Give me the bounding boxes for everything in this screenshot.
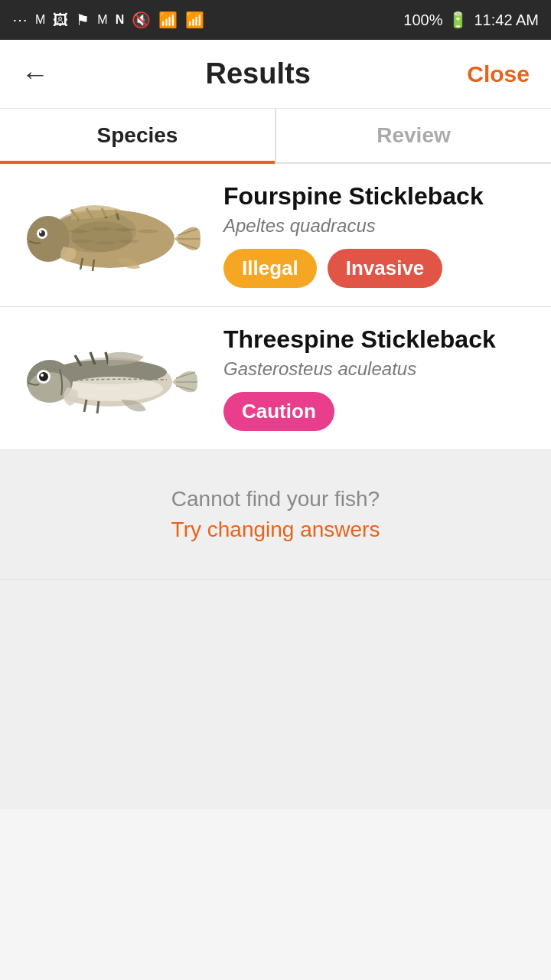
try-changing-answers-link[interactable]: Try changing answers: [21, 518, 530, 542]
fish-illustration-fourspine: [25, 189, 201, 281]
page-title: Results: [206, 57, 311, 90]
gmail-icon: M: [35, 13, 45, 27]
header: ← Results Close: [0, 40, 551, 109]
fish-latin-fourspine: Apeltes quadracus: [223, 215, 530, 237]
badge-illegal: Illegal: [223, 249, 317, 288]
bottom-empty-area: [0, 580, 551, 809]
flag-icon: ⚑: [76, 11, 90, 29]
nfc-icon: N: [116, 13, 125, 27]
tab-review[interactable]: Review: [276, 109, 551, 162]
signal-icon: 📶: [185, 11, 204, 29]
fish-image-threespine: [21, 328, 205, 428]
wifi-icon: 📶: [158, 11, 178, 29]
fish-badges-threespine: Caution: [223, 392, 530, 431]
close-button[interactable]: Close: [467, 61, 530, 87]
badge-caution: Caution: [223, 392, 334, 431]
svg-point-9: [40, 231, 42, 234]
fish-name-fourspine: Fourspine Stickleback: [223, 182, 530, 211]
status-bar-left: ⋯ M 🖼 ⚑ M N 🔇 📶 📶: [12, 11, 204, 29]
svg-point-25: [39, 372, 48, 381]
fish-illustration-threespine: [25, 332, 201, 424]
back-button[interactable]: ←: [21, 58, 49, 90]
svg-point-26: [41, 374, 44, 377]
fish-info-fourspine: Fourspine Stickleback Apeltes quadracus …: [223, 182, 530, 288]
fish-item-fourspine[interactable]: Fourspine Stickleback Apeltes quadracus …: [0, 164, 551, 307]
fish-badges-fourspine: Illegal Invasive: [223, 249, 530, 288]
fish-name-threespine: Threespine Stickleback: [223, 325, 530, 354]
mail-icon: M: [97, 13, 107, 27]
tabs: Species Review: [0, 109, 551, 164]
fish-list: Fourspine Stickleback Apeltes quadracus …: [0, 164, 551, 450]
svg-point-2: [71, 221, 132, 252]
status-bar: ⋯ M 🖼 ⚑ M N 🔇 📶 📶 100% 🔋 11:42 AM: [0, 0, 551, 40]
svg-point-18: [64, 377, 163, 401]
tab-species[interactable]: Species: [0, 109, 275, 162]
image-icon: 🖼: [53, 11, 68, 29]
badge-invasive: Invasive: [328, 249, 443, 288]
cannot-find-question: Cannot find your fish?: [21, 487, 530, 511]
battery-percent: 100%: [403, 11, 442, 29]
status-bar-right: 100% 🔋 11:42 AM: [403, 11, 539, 29]
battery-icon: 🔋: [448, 11, 468, 29]
fish-image-fourspine: [21, 185, 205, 285]
cannot-find-section: Cannot find your fish? Try changing answ…: [0, 450, 551, 580]
fish-latin-threespine: Gasterosteus aculeatus: [223, 358, 530, 380]
clock: 11:42 AM: [474, 11, 539, 29]
notification-dots-icon: ⋯: [12, 11, 28, 29]
svg-line-31: [97, 401, 99, 413]
fish-info-threespine: Threespine Stickleback Gasterosteus acul…: [223, 325, 530, 431]
fish-item-threespine[interactable]: Threespine Stickleback Gasterosteus acul…: [0, 307, 551, 450]
mute-icon: 🔇: [132, 11, 151, 29]
